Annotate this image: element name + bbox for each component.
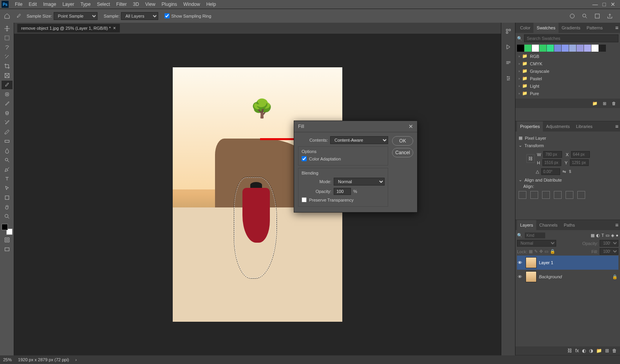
swatches-search-input[interactable] (524, 34, 618, 42)
layer-thumbnail[interactable] (526, 257, 537, 268)
preserve-transparency-checkbox[interactable] (302, 197, 307, 202)
shape-tool[interactable] (2, 193, 13, 202)
menu-image[interactable]: Image (40, 2, 59, 7)
sample-size-select[interactable]: Point Sample (54, 12, 98, 20)
group-icon[interactable]: 📁 (596, 348, 602, 353)
pen-tool[interactable] (2, 165, 13, 174)
blur-tool[interactable] (2, 146, 13, 155)
contents-select[interactable]: Content-Aware (330, 136, 388, 144)
layer-fill-select[interactable]: 100% (600, 248, 618, 255)
height-field[interactable] (542, 159, 561, 166)
panel-menu-icon[interactable]: ≡ (615, 222, 618, 228)
clone-stamp-tool[interactable] (2, 109, 13, 117)
menu-select[interactable]: Select (94, 2, 113, 7)
trash-icon[interactable]: 🗑 (611, 100, 617, 106)
brush-tool[interactable] (2, 99, 13, 108)
swatch[interactable] (524, 45, 531, 52)
eyedropper-icon[interactable] (14, 11, 23, 21)
tab-adjustments[interactable]: Adjustments (543, 121, 573, 132)
swatch[interactable] (554, 45, 561, 52)
panel-menu-icon[interactable]: ≡ (615, 25, 618, 31)
layer-thumbnail[interactable] (526, 271, 537, 282)
new-layer-icon[interactable]: ⊞ (605, 348, 609, 353)
close-icon[interactable]: ✕ (611, 1, 615, 7)
filter-shape-icon[interactable]: ▭ (606, 233, 609, 238)
flip-v-icon[interactable]: ⥮ (568, 169, 572, 174)
history-panel-icon[interactable] (504, 27, 512, 35)
search-icon[interactable] (581, 12, 589, 20)
align-left-icon[interactable] (519, 191, 526, 199)
ok-button[interactable]: OK (392, 136, 413, 146)
width-field[interactable] (543, 151, 562, 158)
healing-brush-tool[interactable] (2, 90, 13, 99)
menu-file[interactable]: File (12, 2, 25, 7)
crop-tool[interactable] (2, 62, 13, 70)
y-field[interactable] (570, 159, 589, 166)
swatch[interactable] (569, 45, 576, 52)
home-icon[interactable] (3, 12, 11, 20)
align-center-h-icon[interactable] (530, 191, 538, 199)
layer-name[interactable]: Background (539, 274, 562, 279)
swatch-folder[interactable]: ›📁CMYK (517, 60, 618, 67)
adjustments-panel-icon[interactable] (504, 74, 512, 82)
eraser-tool[interactable] (2, 128, 13, 136)
new-swatch-icon[interactable]: ⊞ (601, 100, 607, 106)
swatch-folder[interactable]: ›📁Grayscale (517, 67, 618, 75)
swatch[interactable] (547, 45, 554, 52)
link-layers-icon[interactable]: ⛓ (568, 348, 572, 353)
tab-swatches[interactable]: Swatches (533, 23, 559, 33)
layer-mask-icon[interactable]: ◐ (582, 348, 586, 353)
align-bottom-icon[interactable] (577, 191, 585, 199)
marquee-tool[interactable] (2, 34, 13, 42)
tab-patterns[interactable]: Patterns (584, 23, 606, 33)
path-selection-tool[interactable] (2, 184, 13, 193)
hand-tool[interactable] (2, 203, 13, 211)
tab-properties[interactable]: Properties (517, 121, 543, 132)
swatch[interactable] (577, 45, 584, 52)
menu-help[interactable]: Help (203, 2, 219, 7)
layer-row[interactable]: 👁 Layer 1 (517, 256, 618, 270)
lock-artboard-icon[interactable]: ▭ (544, 249, 548, 254)
angle-field[interactable] (541, 168, 560, 175)
align-right-icon[interactable] (542, 191, 550, 199)
swatch-folder[interactable]: ›📁Pure (517, 90, 618, 97)
maximize-icon[interactable]: □ (603, 1, 606, 7)
tab-libraries[interactable]: Libraries (573, 121, 596, 132)
history-brush-tool[interactable] (2, 118, 13, 127)
zoom-level[interactable]: 25% (3, 357, 12, 362)
doc-info-chevron-icon[interactable]: › (75, 357, 77, 362)
tab-color[interactable]: Color (517, 23, 533, 33)
swatch[interactable] (517, 45, 524, 52)
menu-plugins[interactable]: Plugins (159, 2, 180, 7)
lock-all-icon[interactable]: 🔒 (550, 249, 555, 254)
layer-fx-icon[interactable]: fx (575, 348, 579, 353)
x-field[interactable] (571, 151, 590, 158)
tab-layers[interactable]: Layers (517, 220, 536, 230)
doc-info[interactable]: 1920 px x 2879 px (72 ppi) (18, 357, 69, 362)
frame-tool[interactable] (2, 71, 13, 80)
actions-panel-icon[interactable] (504, 43, 512, 51)
menu-view[interactable]: View (142, 2, 159, 7)
workspace-icon[interactable] (593, 12, 601, 20)
swatch-folder[interactable]: ›📁Light (517, 82, 618, 90)
tab-channels[interactable]: Channels (536, 220, 560, 230)
lock-position-icon[interactable]: ✥ (539, 249, 543, 254)
dialog-titlebar[interactable]: Fill ✕ (294, 121, 417, 132)
show-sampling-ring-checkbox[interactable] (164, 13, 170, 18)
menu-edit[interactable]: Edit (25, 2, 40, 7)
filter-toggle-icon[interactable]: ● (616, 233, 618, 238)
filter-smart-icon[interactable]: ◈ (611, 233, 614, 238)
cancel-button[interactable]: Cancel (392, 148, 413, 157)
lasso-tool[interactable] (2, 43, 13, 52)
align-center-v-icon[interactable] (566, 191, 573, 199)
menu-3d[interactable]: 3D (130, 2, 142, 7)
move-tool[interactable] (2, 24, 13, 33)
close-tab-icon[interactable]: × (113, 25, 116, 31)
sample-select[interactable]: All Layers (121, 12, 158, 20)
filter-pixel-icon[interactable]: ▦ (591, 233, 595, 238)
flip-h-icon[interactable]: ⇋ (562, 169, 566, 174)
dodge-tool[interactable] (2, 156, 13, 164)
quick-mask-tool[interactable] (2, 236, 13, 244)
menu-filter[interactable]: Filter (113, 2, 130, 7)
swatch[interactable] (562, 45, 569, 52)
